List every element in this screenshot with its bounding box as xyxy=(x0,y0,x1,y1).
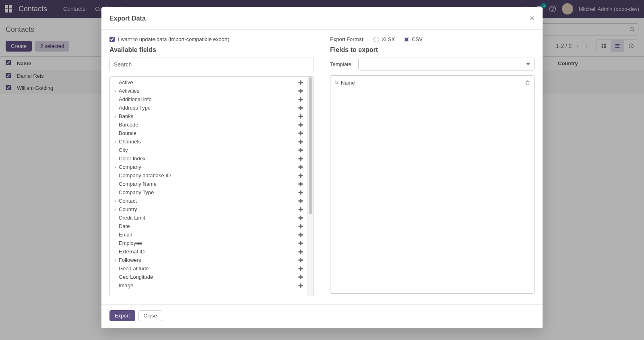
available-field-item[interactable]: ›Company✚ xyxy=(110,163,307,171)
available-field-item[interactable]: City✚ xyxy=(110,146,307,154)
add-field-icon[interactable]: ✚ xyxy=(298,249,303,255)
add-field-icon[interactable]: ✚ xyxy=(298,215,303,221)
add-field-icon[interactable]: ✚ xyxy=(298,181,303,187)
add-field-icon[interactable]: ✚ xyxy=(298,232,303,238)
add-field-icon[interactable]: ✚ xyxy=(298,206,303,213)
fields-to-export-title: Fields to export xyxy=(330,46,535,54)
add-field-icon[interactable]: ✚ xyxy=(298,274,303,280)
expand-icon[interactable]: › xyxy=(112,114,118,119)
field-label: Email xyxy=(118,232,298,238)
add-field-icon[interactable]: ✚ xyxy=(298,240,303,247)
export-modal: Export Data × I want to update data (imp… xyxy=(101,7,543,328)
add-field-icon[interactable]: ✚ xyxy=(298,105,303,111)
format-csv-radio[interactable] xyxy=(404,37,409,42)
expand-icon[interactable]: › xyxy=(112,88,118,94)
scrollbar-thumb[interactable] xyxy=(309,77,312,214)
format-xlsx-option[interactable]: XLSX xyxy=(374,36,395,42)
available-field-item[interactable]: External ID✚ xyxy=(110,247,307,256)
expand-icon[interactable]: › xyxy=(112,139,118,145)
add-field-icon[interactable]: ✚ xyxy=(298,282,303,289)
drag-handle-icon[interactable]: ⇅ xyxy=(334,80,339,85)
available-field-item[interactable]: Employee✚ xyxy=(110,239,307,247)
available-field-item[interactable]: Color Index✚ xyxy=(110,154,307,163)
export-button[interactable]: Export xyxy=(109,310,135,321)
available-fields-title: Available fields xyxy=(109,46,314,54)
available-field-item[interactable]: ›Banks✚ xyxy=(110,112,307,120)
available-field-item[interactable]: ›Contact✚ xyxy=(110,197,307,205)
available-field-item[interactable]: Image✚ xyxy=(110,281,307,290)
available-field-item[interactable]: ›Followers✚ xyxy=(110,256,307,264)
available-field-item[interactable]: Barcode✚ xyxy=(110,120,307,129)
remove-field-icon[interactable] xyxy=(525,80,530,85)
import-compatible-label: I want to update data (import-compatible… xyxy=(118,36,229,42)
field-label: Geo Longitude xyxy=(118,274,298,280)
add-field-icon[interactable]: ✚ xyxy=(298,130,303,137)
close-icon[interactable]: × xyxy=(530,14,535,23)
field-label: Company Name xyxy=(118,181,298,187)
field-label: Company Type xyxy=(118,189,298,195)
expand-icon[interactable]: › xyxy=(112,257,118,263)
format-xlsx-radio[interactable] xyxy=(374,37,379,42)
available-field-item[interactable]: Geo Longitude✚ xyxy=(110,273,307,281)
field-search-input[interactable] xyxy=(109,58,314,71)
export-field-item[interactable]: ⇅Name xyxy=(334,78,530,87)
field-label: Additional info xyxy=(118,96,298,102)
add-field-icon[interactable]: ✚ xyxy=(298,96,303,103)
close-button[interactable]: Close xyxy=(138,310,162,321)
field-label: Active xyxy=(118,79,298,85)
export-format-label: Export Format: xyxy=(330,36,365,42)
add-field-icon[interactable]: ✚ xyxy=(298,122,303,128)
add-field-icon[interactable]: ✚ xyxy=(298,189,303,196)
import-compatible-checkbox[interactable] xyxy=(109,37,115,42)
expand-icon[interactable]: › xyxy=(112,164,118,170)
available-field-item[interactable]: Company Name✚ xyxy=(110,180,307,188)
add-field-icon[interactable]: ✚ xyxy=(298,172,303,179)
field-label: Geo Latitude xyxy=(118,265,298,272)
field-label: Activities xyxy=(118,88,298,94)
field-label: Country xyxy=(118,206,298,212)
available-field-item[interactable]: Address Type✚ xyxy=(110,104,307,112)
expand-icon[interactable]: › xyxy=(112,207,118,212)
modal-overlay: Export Data × I want to update data (imp… xyxy=(0,0,644,340)
add-field-icon[interactable]: ✚ xyxy=(298,257,303,263)
add-field-icon[interactable]: ✚ xyxy=(298,164,303,170)
available-field-item[interactable]: Geo Latitude✚ xyxy=(110,264,307,273)
available-field-item[interactable]: Active✚ xyxy=(110,78,307,87)
available-field-item[interactable]: ›Activities✚ xyxy=(110,87,307,95)
add-field-icon[interactable]: ✚ xyxy=(298,88,303,94)
available-field-item[interactable]: Email✚ xyxy=(110,230,307,239)
available-field-item[interactable]: ›Country✚ xyxy=(110,205,307,214)
field-label: Channels xyxy=(118,139,298,145)
add-field-icon[interactable]: ✚ xyxy=(298,113,303,120)
export-field-label: Name xyxy=(341,80,355,86)
field-label: Date xyxy=(118,223,298,229)
add-field-icon[interactable]: ✚ xyxy=(298,79,303,86)
modal-title: Export Data xyxy=(109,15,146,22)
field-label: Company xyxy=(118,164,298,170)
add-field-icon[interactable]: ✚ xyxy=(298,147,303,153)
field-label: Employee xyxy=(118,240,298,246)
add-field-icon[interactable]: ✚ xyxy=(298,155,303,162)
available-field-item[interactable]: Date✚ xyxy=(110,222,307,230)
available-fields-list: Active✚›Activities✚Additional info✚Addre… xyxy=(110,77,307,296)
template-select[interactable] xyxy=(358,58,535,70)
available-field-item[interactable]: Company database ID✚ xyxy=(110,171,307,180)
available-field-item[interactable]: Company Type✚ xyxy=(110,188,307,197)
field-label: Banks xyxy=(118,113,298,119)
add-field-icon[interactable]: ✚ xyxy=(298,265,303,272)
expand-icon[interactable]: › xyxy=(112,198,118,204)
field-label: Bounce xyxy=(118,130,298,136)
format-csv-option[interactable]: CSV xyxy=(404,36,423,42)
available-field-item[interactable]: Additional info✚ xyxy=(110,95,307,104)
add-field-icon[interactable]: ✚ xyxy=(298,198,303,204)
available-field-item[interactable]: Bounce✚ xyxy=(110,129,307,137)
field-label: Contact xyxy=(118,198,298,204)
add-field-icon[interactable]: ✚ xyxy=(298,223,303,230)
available-field-item[interactable]: Credit Limit✚ xyxy=(110,214,307,222)
field-label: Credit Limit xyxy=(118,215,298,221)
scrollbar[interactable] xyxy=(307,77,314,296)
field-label: Followers xyxy=(118,257,298,263)
export-fields-list: ⇅Name xyxy=(330,75,535,294)
available-field-item[interactable]: ›Channels✚ xyxy=(110,137,307,146)
add-field-icon[interactable]: ✚ xyxy=(298,139,303,145)
